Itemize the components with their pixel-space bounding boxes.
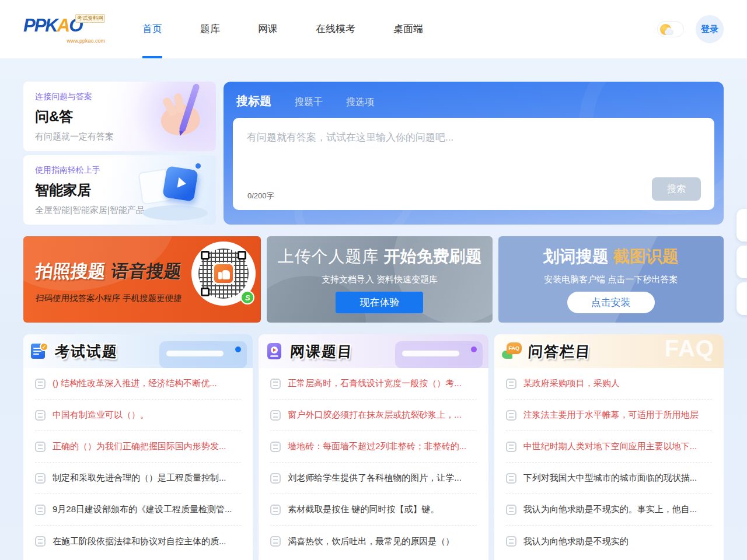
logo-tagline: 考试资料网 — [75, 14, 105, 23]
nav-item-home[interactable]: 首页 — [138, 0, 167, 58]
hand-pen-illustration — [128, 82, 216, 151]
site-logo[interactable]: PPKAO 考试资料网 www.ppkao.com — [23, 12, 104, 46]
upload-bank-title: 上传个人题库开始免费刷题 — [277, 246, 481, 268]
list-item[interactable]: 素材截取是按住 键的同时按【或】键。 — [270, 494, 476, 526]
nav-item-desktop-client[interactable]: 桌面端 — [389, 0, 428, 58]
smart-home-promo-card[interactable]: 使用指南轻松上手 智能家居 全屋智能|智能家居|智能产品 — [23, 155, 216, 225]
top-nav-bar: PPKAO 考试资料网 www.ppkao.com 首页 题库 网课 在线模考 … — [0, 0, 747, 58]
install-button[interactable]: 点击安装 — [567, 292, 655, 313]
list-item[interactable]: 正常层高时，石膏线设计宽度一般按（）考... — [270, 368, 476, 400]
question-columns: ✓ 考试试题 () 结构性改革深入推进，经济结构不断优... 中国有制造业可以（… — [23, 334, 724, 560]
cloud-icon — [665, 30, 673, 35]
nav-item-mock-exam[interactable]: 在线模考 — [311, 0, 360, 58]
document-icon — [270, 442, 281, 452]
photo-search-banner[interactable]: 拍照搜题语音搜题 扫码使用找答案小程序 手机搜题更便捷 S — [23, 236, 261, 323]
search-button[interactable]: 搜索 — [652, 177, 701, 201]
client-banner-subtitle: 安装电脑客户端 点击一下秒出答案 — [544, 274, 678, 285]
qr-code: S — [191, 242, 256, 306]
upload-bank-subtitle: 支持文档导入 资料快速变题库 — [322, 274, 438, 285]
list-item[interactable]: 墙地砖：每面墙不超过2列非整砖；非整砖的... — [270, 431, 476, 463]
exam-question-list: () 结构性改革深入推进，经济结构不断优... 中国有制造业可以（）。 正确的（… — [23, 368, 253, 557]
document-icon — [270, 379, 281, 389]
upload-bank-banner[interactable]: 上传个人题库开始免费刷题 支持文档导入 资料快速变题库 现在体验 — [267, 236, 492, 323]
document-icon — [506, 410, 516, 421]
document-icon — [270, 505, 281, 515]
list-item[interactable]: 我认为向他求助是不现实的。事实上，他自... — [506, 494, 712, 526]
document-icon — [506, 505, 516, 515]
search-input[interactable] — [233, 118, 714, 181]
document-icon — [506, 536, 516, 547]
course-question-list: 正常层高时，石膏线设计宽度一般按（）考... 窗户外口胶必须打在抹灰层或抗裂砂浆… — [259, 368, 488, 557]
exam-header-illustration — [159, 341, 247, 368]
word-search-label: 划词搜题 — [543, 247, 609, 265]
main-nav: 首页 题库 网课 在线模考 桌面端 — [138, 0, 456, 58]
exam-doc-icon: ✓ — [31, 342, 48, 360]
list-item[interactable]: () 结构性改革深入推进，经济结构不断优... — [35, 368, 241, 400]
tab-search-title[interactable]: 搜标题 — [236, 93, 271, 109]
try-now-button[interactable]: 现在体验 — [336, 292, 423, 313]
video-player-icon — [266, 342, 284, 360]
document-icon — [506, 473, 516, 484]
document-icon — [35, 442, 46, 452]
faq-watermark: FAQ — [665, 335, 714, 362]
promo-column: 连接问题与答案 问&答 有问题就一定有答案 使用指南轻松上手 智能家居 全屋智能… — [23, 82, 216, 225]
logo-url: www.ppkao.com — [67, 38, 105, 44]
course-header-illustration — [395, 341, 483, 368]
list-item[interactable]: 9月28日建设部颁布的《建设工程质量检测管... — [35, 494, 241, 526]
banner-row: 拍照搜题语音搜题 扫码使用找答案小程序 手机搜题更便捷 S 上传个人题库开始免费… — [23, 236, 724, 323]
document-icon — [270, 473, 281, 484]
list-item[interactable]: 中世纪时期人类对地下空间应用主要以地下... — [506, 431, 712, 463]
exam-questions-section: ✓ 考试试题 () 结构性改革深入推进，经济结构不断优... 中国有制造业可以（… — [23, 334, 253, 560]
free-practice-label: 开始免费刷题 — [383, 247, 481, 265]
tab-search-stem[interactable]: 搜题干 — [295, 96, 323, 108]
upload-label: 上传个人题库 — [277, 247, 379, 265]
document-icon — [270, 410, 281, 421]
list-item[interactable]: 在施工阶段依据法律和协议对自控主体的质... — [35, 526, 241, 557]
nav-item-online-course[interactable]: 网课 — [253, 0, 282, 58]
faq-section-header: FAQ 问答栏目 FAQ — [494, 334, 724, 368]
document-icon — [35, 505, 46, 515]
qa-promo-card[interactable]: 连接问题与答案 问&答 有问题就一定有答案 — [23, 82, 216, 151]
dock-button[interactable] — [736, 209, 747, 242]
voice-search-label: 语音搜题 — [110, 261, 183, 281]
faq-question-list: 某政府采购项目，采购人 注浆法主要用于水平帷幕，可适用于所用地层 中世纪时期人类… — [494, 368, 724, 557]
list-item[interactable]: 正确的（）为我们正确把握国际国内形势发... — [35, 431, 241, 463]
course-questions-section: 网课题目 正常层高时，石膏线设计宽度一般按（）考... 窗户外口胶必须打在抹灰层… — [259, 334, 488, 560]
char-counter: 0/200字 — [247, 191, 274, 201]
thumbs-up-icon — [212, 262, 235, 285]
list-item[interactable]: 刘老师给学生提供了各科植物的图片，让学... — [270, 463, 476, 494]
list-item[interactable]: 中国有制造业可以（）。 — [35, 400, 241, 431]
faq-section: FAQ 问答栏目 FAQ 某政府采购项目，采购人 注浆法主要用于水平帷幕，可适用… — [494, 334, 724, 560]
list-item[interactable]: 下列对我国大中型城市的城市面临的现状描... — [506, 463, 712, 494]
login-button[interactable]: 登录 — [696, 15, 724, 43]
list-item[interactable]: 我认为向他求助是不现实的 — [506, 526, 712, 557]
faq-section-title: 问答栏目 — [528, 342, 592, 361]
main-content: 连接问题与答案 问&答 有问题就一定有答案 使用指南轻松上手 智能家居 全屋智能… — [0, 58, 747, 560]
list-item[interactable]: 渴喜热饮，饮后吐出，最常见的原因是（） — [270, 526, 476, 557]
exam-section-header: ✓ 考试试题 — [23, 334, 253, 368]
screenshot-search-label: 截图识题 — [613, 247, 679, 265]
document-icon — [270, 536, 281, 547]
logo-a: A — [57, 15, 69, 36]
list-item[interactable]: 窗户外口胶必须打在抹灰层或抗裂砂浆上，... — [270, 400, 476, 431]
list-item[interactable]: 注浆法主要用于水平帷幕，可适用于所用地层 — [506, 400, 712, 431]
dock-button[interactable] — [736, 282, 747, 315]
document-icon — [35, 473, 46, 484]
tab-search-options[interactable]: 搜选项 — [346, 96, 374, 108]
cube-play-illustration — [128, 155, 216, 225]
desktop-client-banner[interactable]: 划词搜题截图识题 安装电脑客户端 点击一下秒出答案 点击安装 — [498, 236, 724, 323]
course-section-header: 网课题目 — [259, 334, 488, 368]
floating-side-toolbar — [736, 209, 747, 315]
search-box: 0/200字 搜索 — [233, 118, 714, 210]
document-icon — [506, 379, 516, 389]
day-night-toggle[interactable] — [657, 21, 684, 37]
nav-item-question-bank[interactable]: 题库 — [196, 0, 225, 58]
client-banner-title: 划词搜题截图识题 — [543, 246, 679, 268]
header-right: 登录 — [657, 15, 724, 43]
list-item[interactable]: 制定和采取先进合理的（）是工程质量控制... — [35, 463, 241, 494]
exam-section-title: 考试试题 — [54, 342, 118, 361]
faq-bubble-icon: FAQ — [502, 342, 522, 360]
dock-button[interactable] — [736, 246, 747, 278]
list-item[interactable]: 某政府采购项目，采购人 — [506, 368, 712, 400]
search-tabs: 搜标题 搜题干 搜选项 — [233, 92, 714, 118]
